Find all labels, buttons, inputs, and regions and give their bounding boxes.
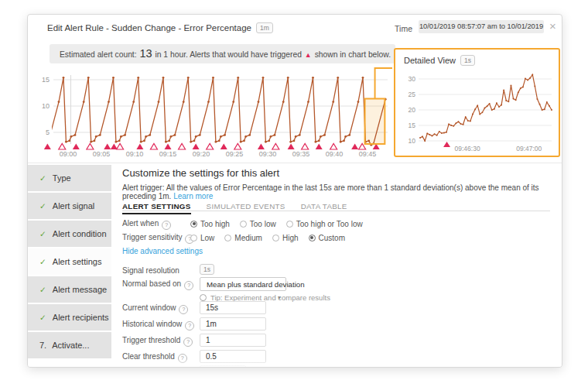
radio-option-high[interactable]: High [272,234,299,242]
check-icon: ✓ [39,257,46,266]
svg-text:5: 5 [46,128,50,136]
sidebar-item-alert-condition[interactable]: ✓Alert condition [28,221,111,247]
normal-based-on-select[interactable]: Mean plus standard deviation▾ [200,277,286,291]
svg-text:10: 10 [409,137,416,145]
trigger-threshold-input[interactable] [200,334,266,347]
historical-window-input[interactable] [200,317,266,330]
svg-text:09:35: 09:35 [292,150,310,158]
svg-text:09:05: 09:05 [93,150,111,158]
close-icon[interactable]: × [549,19,556,33]
detailed-view-title: Detailed View1s [404,55,475,66]
radio-option-custom[interactable]: Custom [309,234,345,242]
settings-tabs: ALERT SETTINGSSIMULATED EVENTSDATA TABLE [122,198,550,211]
svg-text:09:25: 09:25 [226,150,244,158]
detailed-view-panel[interactable]: Detailed View1s 101520253009:46:3009:47:… [394,48,560,157]
help-icon[interactable]: ? [183,337,193,347]
svg-text:09:45: 09:45 [359,150,377,158]
tab-alert-settings[interactable]: ALERT SETTINGS [122,202,191,214]
svg-text:09:00: 09:00 [60,150,77,158]
svg-text:09:30: 09:30 [259,150,277,158]
radio-label: Too low [250,220,276,228]
resolution-badge: 1m [256,22,273,33]
sidebar-item-alert-settings[interactable]: ✓Alert settings [28,248,111,275]
radio-icon[interactable] [286,221,293,228]
sidebar-item-alert-signal[interactable]: ✓Alert signal [28,193,111,219]
radio-label: Low [200,234,214,242]
svg-text:09:47:00: 09:47:00 [516,145,542,152]
radio-label: Medium [234,234,262,242]
sidebar-item-alert-recipients[interactable]: ✓Alert recipients [28,304,111,330]
help-icon[interactable]: ? [178,354,187,363]
svg-text:15: 15 [409,122,416,129]
radio-icon[interactable] [309,235,316,241]
advanced-settings-row: Hide advanced settings [122,247,203,261]
field-label: Historical window? [122,320,194,330]
radio-icon[interactable] [190,221,197,228]
radio-label: Custom [319,234,345,242]
sidebar-item-label: Alert condition [53,229,107,238]
radio-option-too-low[interactable]: Too low [240,220,276,228]
field-label: Trigger threshold? [122,336,193,347]
field-label: Current window? [122,303,188,314]
sidebar-item-label: Alert recipients [53,313,109,322]
sidebar-item-label: Type [53,173,71,183]
svg-text:25: 25 [409,91,416,98]
clear-threshold-input[interactable] [200,350,266,363]
settings-heading: Customize the settings for this alert [122,167,279,179]
sidebar-item-activate-[interactable]: 7.Activate... [28,332,111,358]
radio-label: Too high or Too low [296,220,363,228]
check-icon: ✓ [39,201,46,211]
radio-option-too-high[interactable]: Too high [190,220,230,228]
radio-label: Too high [200,220,230,228]
hide-advanced-settings-link[interactable]: Hide advanced settings [122,247,203,255]
tab-simulated-events[interactable]: SIMULATED EVENTS [207,202,285,213]
check-icon: ✓ [39,313,46,322]
svg-text:09:20: 09:20 [193,150,210,158]
check-icon: ✓ [39,285,46,294]
help-icon[interactable]: ? [185,321,194,330]
svg-text:10: 10 [42,102,50,110]
help-icon[interactable]: ? [162,221,171,230]
time-range-input[interactable]: 10/01/2019 08:57:07 am to 10/01/2019 [419,20,544,33]
help-icon[interactable]: ? [184,281,193,290]
step-number: 7. [39,341,46,350]
radio-label: High [282,234,299,242]
edit-alert-rule-dialog: Edit Alert Rule - Sudden Change - Error … [27,14,562,368]
svg-text:15: 15 [42,76,50,84]
estimated-alert-count-banner: Estimated alert count: 13 in 1 hour. Ale… [50,44,395,63]
radio-option-low[interactable]: Low [190,234,214,242]
tab-data-table[interactable]: DATA TABLE [301,202,347,213]
field-label: Alert when? [122,219,171,230]
radio-icon[interactable] [224,235,231,241]
sidebar-item-label: Alert signal [53,201,94,211]
field-label: Trigger sensitivity? [122,233,194,244]
radio-icon[interactable] [190,235,197,241]
field-label: Normal based on? [122,279,193,290]
sidebar-item-label: Alert settings [53,257,102,266]
current-window-input[interactable] [200,301,266,314]
detail-chart: 101520253009:46:3009:47:00 [395,50,559,159]
radio-icon[interactable] [240,221,247,228]
sidebar-item-alert-message[interactable]: ✓Alert message [28,276,111,303]
lightbulb-icon [200,294,207,301]
svg-text:20: 20 [409,106,416,114]
main-chart[interactable]: 5101509:0009:0509:1009:1509:2009:2509:30… [30,67,392,162]
svg-text:09:10: 09:10 [126,150,144,158]
radio-option-medium[interactable]: Medium [224,234,262,242]
trigger-triangle-icon: ▲ [304,51,313,59]
check-icon: ✓ [39,173,46,183]
radio-option-too-high-or-too-low[interactable]: Too high or Too low [286,220,363,228]
svg-text:30: 30 [409,75,416,83]
bottom-fade [28,359,562,367]
resolution-value-badge: 1s [200,264,214,275]
svg-text:09:40: 09:40 [326,150,344,158]
radio-icon[interactable] [272,235,279,241]
svg-text:09:15: 09:15 [159,150,177,158]
check-icon: ✓ [39,229,46,238]
sidebar-item-label: Alert message [53,285,107,294]
help-icon[interactable]: ? [179,305,188,314]
field-label: Clear threshold? [122,352,187,363]
detail-resolution-badge: 1s [460,55,475,66]
time-label: Time [374,24,412,33]
sidebar-item-type[interactable]: ✓Type [28,165,111,191]
